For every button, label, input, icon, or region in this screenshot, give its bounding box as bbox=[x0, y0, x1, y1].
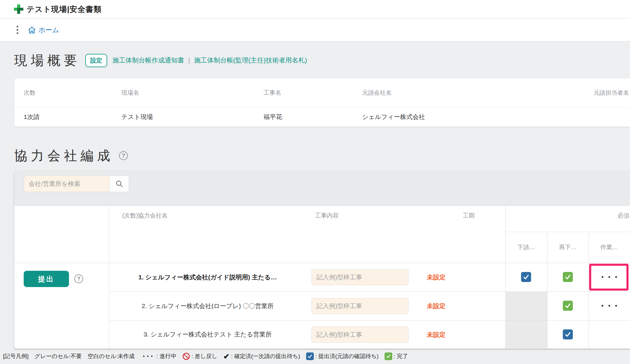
kebab-menu-icon[interactable] bbox=[17, 26, 18, 34]
col-header-partner-company: (次数)協力会社名 bbox=[122, 208, 168, 223]
checkbox-complete-icon[interactable] bbox=[563, 272, 573, 282]
partner-company-row1[interactable]: 1. シェルフィー株式会社(ガイド説明用) 主たる… bbox=[109, 263, 306, 291]
cell-site-name: テスト現場 bbox=[121, 107, 153, 126]
col-group-header-required: 必須 bbox=[618, 208, 629, 223]
col-header-shitauke: 下請… bbox=[505, 232, 547, 263]
search-icon bbox=[115, 180, 123, 188]
partner-structure-card: (次数)協力会社名 工事内容 工期 必須 下請… 再下… 作業… 提出 ? 1.… bbox=[14, 171, 630, 349]
company-search-input[interactable] bbox=[24, 175, 109, 192]
period-status-row3[interactable]: 未設定 bbox=[427, 320, 446, 349]
site-overview-heading-row: 現場概要 設定 施工体制台帳作成通知書 | 施工体制台帳(監理(主任)技術者用名… bbox=[14, 51, 307, 70]
col-header-site-name: 現場名 bbox=[121, 78, 139, 107]
checkbox-complete-icon bbox=[385, 352, 392, 360]
construction-register-notice-link[interactable]: 施工体制台帳作成通知書 bbox=[112, 56, 184, 65]
home-icon bbox=[28, 26, 36, 34]
home-label: ホーム bbox=[38, 25, 59, 35]
divider bbox=[14, 263, 630, 263]
symbol-legend: [記号凡例] グレーのセル:不要 空白のセル:未作成 ••• : 進行中 : 差… bbox=[3, 349, 628, 364]
checkbox-submitted-icon[interactable] bbox=[563, 329, 573, 339]
divider bbox=[14, 107, 630, 107]
cell-tier: 1次請 bbox=[24, 107, 40, 126]
site-overview-card: 次数 現場名 工事名 元請会社名 元請担当者名 1次請 テスト現場 福平花 シェ… bbox=[14, 78, 630, 127]
col-header-sagyou: 作業… bbox=[589, 232, 630, 263]
check-icon: ✔ bbox=[224, 352, 230, 361]
col-header-tier: 次数 bbox=[24, 78, 36, 107]
checkbox-submitted-icon[interactable] bbox=[521, 272, 531, 282]
col-header-period: 工期 bbox=[445, 208, 492, 223]
col-header-prime-company: 元請会社名 bbox=[362, 78, 392, 107]
no-entry-icon bbox=[182, 352, 190, 360]
app-logo-cross-icon bbox=[14, 4, 24, 14]
legend-item-gray: グレーのセル:不要 bbox=[35, 352, 82, 360]
legend-item-in-progress: ••• : 進行中 bbox=[141, 352, 176, 360]
not-required-cell bbox=[506, 320, 547, 348]
col-header-work-content: 工事内容 bbox=[303, 208, 351, 223]
col-header-prime-manager: 元請担当者名 bbox=[594, 78, 629, 107]
submit-help-icon[interactable]: ? bbox=[74, 274, 83, 283]
legend-prefix: [記号凡例] bbox=[3, 352, 29, 360]
col-header-saishita: 再下… bbox=[547, 232, 589, 263]
progress-dots-icon[interactable]: ••• bbox=[589, 263, 630, 291]
col-header-construction: 工事名 bbox=[263, 78, 281, 107]
not-required-cell bbox=[506, 292, 547, 320]
legend-item-blank: 空白のセル:未作成 bbox=[88, 352, 135, 360]
period-status-row2[interactable]: 未設定 bbox=[427, 291, 446, 320]
checkbox-complete-icon[interactable] bbox=[563, 301, 573, 311]
site-overview-heading: 現場概要 bbox=[14, 52, 81, 69]
cell-construction: 福平花 bbox=[263, 107, 282, 126]
settings-button[interactable]: 設定 bbox=[85, 54, 107, 67]
search-bar-area bbox=[14, 171, 630, 206]
partner-company-row2[interactable]: 2. シェルフィー株式会社(ロープレ) 〇〇営業所 bbox=[109, 291, 306, 320]
link-separator: | bbox=[188, 57, 190, 64]
search-button[interactable] bbox=[109, 175, 129, 192]
help-icon[interactable]: ? bbox=[119, 151, 128, 160]
work-content-input-row2[interactable] bbox=[311, 298, 409, 314]
period-status-row1[interactable]: 未設定 bbox=[427, 263, 446, 291]
app-header: テスト現場|安全書類 bbox=[0, 0, 630, 19]
construction-register-nameplate-link[interactable]: 施工体制台帳(監理(主任)技術者用名札) bbox=[194, 56, 307, 65]
progress-dots-icon[interactable]: ••• bbox=[589, 291, 630, 320]
partner-company-row3[interactable]: 3. シェルフィー株式会社テスト 主たる営業所 bbox=[109, 320, 306, 349]
work-content-input-row1[interactable] bbox=[311, 269, 409, 285]
progress-dots-icon: ••• bbox=[141, 354, 155, 359]
partner-structure-heading-row: 協力会社編成 ? bbox=[14, 146, 128, 165]
page-title: テスト現場|安全書類 bbox=[27, 4, 102, 15]
legend-item-rejected: : 差し戻し bbox=[182, 352, 217, 360]
divider bbox=[14, 206, 630, 206]
home-link[interactable]: ホーム bbox=[28, 25, 59, 35]
legend-item-confirmed: ✔ : 確定済(一次請の提出待ち) bbox=[224, 352, 300, 361]
legend-item-submitted: : 提出済(元請の確認待ち) bbox=[306, 352, 379, 360]
checkbox-submitted-icon bbox=[306, 352, 314, 360]
nav-bar: ホーム bbox=[0, 19, 630, 41]
work-content-input-row3[interactable] bbox=[311, 327, 409, 343]
submit-button[interactable]: 提出 bbox=[24, 271, 69, 287]
legend-item-complete: : 完了 bbox=[385, 352, 408, 360]
partner-structure-heading: 協力会社編成 bbox=[14, 147, 114, 165]
cell-prime-company: シェルフィー株式会社 bbox=[362, 107, 425, 126]
